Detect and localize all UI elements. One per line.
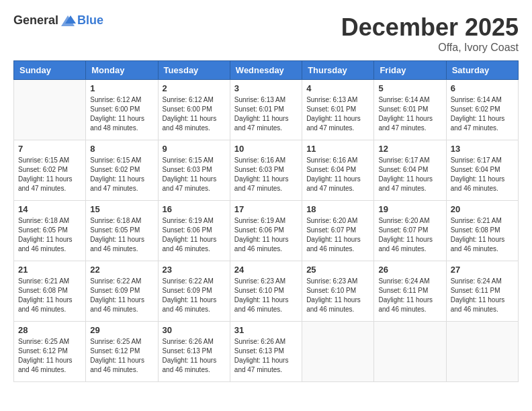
week-row-2: 7Sunrise: 6:15 AM Sunset: 6:02 PM Daylig… <box>14 140 519 201</box>
logo-general: General <box>13 13 58 28</box>
day-cell <box>374 322 446 382</box>
day-number: 30 <box>163 325 226 335</box>
day-info: Sunrise: 6:18 AM Sunset: 6:05 PM Dayligh… <box>90 216 153 254</box>
day-cell: 25Sunrise: 6:23 AM Sunset: 6:10 PM Dayli… <box>302 261 374 322</box>
day-cell: 1Sunrise: 6:12 AM Sunset: 6:00 PM Daylig… <box>86 80 158 140</box>
day-number: 15 <box>90 204 153 214</box>
header-wednesday: Wednesday <box>230 61 302 80</box>
day-info: Sunrise: 6:19 AM Sunset: 6:06 PM Dayligh… <box>234 216 298 254</box>
day-number: 11 <box>306 144 369 154</box>
day-number: 13 <box>451 144 514 154</box>
header-row: SundayMondayTuesdayWednesdayThursdayFrid… <box>14 61 519 80</box>
day-number: 9 <box>163 144 226 154</box>
week-row-4: 21Sunrise: 6:21 AM Sunset: 6:08 PM Dayli… <box>14 261 519 322</box>
day-info: Sunrise: 6:21 AM Sunset: 6:08 PM Dayligh… <box>18 277 81 314</box>
day-number: 19 <box>378 204 441 214</box>
day-info: Sunrise: 6:23 AM Sunset: 6:10 PM Dayligh… <box>306 277 369 314</box>
day-cell: 11Sunrise: 6:16 AM Sunset: 6:04 PM Dayli… <box>302 140 374 201</box>
day-cell: 19Sunrise: 6:20 AM Sunset: 6:07 PM Dayli… <box>374 201 446 261</box>
day-number: 17 <box>234 204 298 214</box>
day-info: Sunrise: 6:16 AM Sunset: 6:04 PM Dayligh… <box>306 156 369 193</box>
day-info: Sunrise: 6:18 AM Sunset: 6:05 PM Dayligh… <box>18 216 81 254</box>
day-cell <box>446 322 518 382</box>
day-cell: 18Sunrise: 6:20 AM Sunset: 6:07 PM Dayli… <box>302 201 374 261</box>
day-cell: 26Sunrise: 6:24 AM Sunset: 6:11 PM Dayli… <box>374 261 446 322</box>
day-cell: 31Sunrise: 6:26 AM Sunset: 6:13 PM Dayli… <box>230 322 302 382</box>
day-number: 6 <box>451 83 514 93</box>
day-info: Sunrise: 6:24 AM Sunset: 6:11 PM Dayligh… <box>378 277 441 314</box>
calendar-table: SundayMondayTuesdayWednesdayThursdayFrid… <box>13 60 519 382</box>
day-number: 22 <box>90 265 153 275</box>
day-cell: 10Sunrise: 6:16 AM Sunset: 6:03 PM Dayli… <box>230 140 302 201</box>
day-cell: 5Sunrise: 6:14 AM Sunset: 6:01 PM Daylig… <box>374 80 446 140</box>
day-number: 28 <box>18 325 81 335</box>
day-info: Sunrise: 6:14 AM Sunset: 6:01 PM Dayligh… <box>378 95 441 133</box>
day-cell: 12Sunrise: 6:17 AM Sunset: 6:04 PM Dayli… <box>374 140 446 201</box>
day-number: 16 <box>163 204 226 214</box>
header-thursday: Thursday <box>302 61 374 80</box>
location-title: Offa, Ivory Coast <box>341 42 519 54</box>
day-number: 8 <box>90 144 153 154</box>
day-info: Sunrise: 6:12 AM Sunset: 6:00 PM Dayligh… <box>163 95 226 133</box>
day-cell: 17Sunrise: 6:19 AM Sunset: 6:06 PM Dayli… <box>230 201 302 261</box>
day-cell: 3Sunrise: 6:13 AM Sunset: 6:01 PM Daylig… <box>230 80 302 140</box>
day-info: Sunrise: 6:20 AM Sunset: 6:07 PM Dayligh… <box>378 216 441 254</box>
page-header: General Blue December 2025 Offa, Ivory C… <box>13 13 519 54</box>
day-number: 25 <box>306 265 369 275</box>
day-info: Sunrise: 6:22 AM Sunset: 6:09 PM Dayligh… <box>163 277 226 314</box>
day-info: Sunrise: 6:25 AM Sunset: 6:12 PM Dayligh… <box>90 337 153 375</box>
day-cell: 27Sunrise: 6:24 AM Sunset: 6:11 PM Dayli… <box>446 261 518 322</box>
day-info: Sunrise: 6:21 AM Sunset: 6:08 PM Dayligh… <box>451 216 514 254</box>
day-info: Sunrise: 6:23 AM Sunset: 6:10 PM Dayligh… <box>234 277 298 314</box>
logo: General Blue <box>13 13 103 28</box>
day-number: 24 <box>234 265 298 275</box>
day-info: Sunrise: 6:26 AM Sunset: 6:13 PM Dayligh… <box>163 337 226 375</box>
day-cell: 16Sunrise: 6:19 AM Sunset: 6:06 PM Dayli… <box>158 201 230 261</box>
day-number: 7 <box>18 144 81 154</box>
day-number: 10 <box>234 144 298 154</box>
day-info: Sunrise: 6:26 AM Sunset: 6:13 PM Dayligh… <box>234 337 298 375</box>
day-cell: 28Sunrise: 6:25 AM Sunset: 6:12 PM Dayli… <box>14 322 86 382</box>
day-info: Sunrise: 6:14 AM Sunset: 6:02 PM Dayligh… <box>451 95 514 133</box>
day-cell: 2Sunrise: 6:12 AM Sunset: 6:00 PM Daylig… <box>158 80 230 140</box>
day-cell: 13Sunrise: 6:17 AM Sunset: 6:04 PM Dayli… <box>446 140 518 201</box>
day-cell: 14Sunrise: 6:18 AM Sunset: 6:05 PM Dayli… <box>14 201 86 261</box>
day-number: 26 <box>378 265 441 275</box>
day-number: 14 <box>18 204 81 214</box>
day-info: Sunrise: 6:16 AM Sunset: 6:03 PM Dayligh… <box>234 156 298 193</box>
day-cell: 30Sunrise: 6:26 AM Sunset: 6:13 PM Dayli… <box>158 322 230 382</box>
day-info: Sunrise: 6:25 AM Sunset: 6:12 PM Dayligh… <box>18 337 81 375</box>
day-number: 12 <box>378 144 441 154</box>
day-number: 2 <box>163 83 226 93</box>
day-cell: 7Sunrise: 6:15 AM Sunset: 6:02 PM Daylig… <box>14 140 86 201</box>
day-number: 31 <box>234 325 298 335</box>
day-cell: 6Sunrise: 6:14 AM Sunset: 6:02 PM Daylig… <box>446 80 518 140</box>
day-info: Sunrise: 6:13 AM Sunset: 6:01 PM Dayligh… <box>306 95 369 133</box>
week-row-1: 1Sunrise: 6:12 AM Sunset: 6:00 PM Daylig… <box>14 80 519 140</box>
day-info: Sunrise: 6:19 AM Sunset: 6:06 PM Dayligh… <box>163 216 226 254</box>
day-number: 18 <box>306 204 369 214</box>
day-number: 5 <box>378 83 441 93</box>
day-cell: 20Sunrise: 6:21 AM Sunset: 6:08 PM Dayli… <box>446 201 518 261</box>
day-cell <box>302 322 374 382</box>
day-cell <box>14 80 86 140</box>
day-cell: 21Sunrise: 6:21 AM Sunset: 6:08 PM Dayli… <box>14 261 86 322</box>
day-number: 20 <box>451 204 514 214</box>
title-block: December 2025 Offa, Ivory Coast <box>341 13 519 54</box>
day-info: Sunrise: 6:15 AM Sunset: 6:03 PM Dayligh… <box>163 156 226 193</box>
logo-blue: Blue <box>77 13 103 28</box>
day-cell: 9Sunrise: 6:15 AM Sunset: 6:03 PM Daylig… <box>158 140 230 201</box>
day-info: Sunrise: 6:15 AM Sunset: 6:02 PM Dayligh… <box>90 156 153 193</box>
day-cell: 8Sunrise: 6:15 AM Sunset: 6:02 PM Daylig… <box>86 140 158 201</box>
day-cell: 29Sunrise: 6:25 AM Sunset: 6:12 PM Dayli… <box>86 322 158 382</box>
day-number: 4 <box>306 83 369 93</box>
day-cell: 4Sunrise: 6:13 AM Sunset: 6:01 PM Daylig… <box>302 80 374 140</box>
day-number: 1 <box>90 83 153 93</box>
day-info: Sunrise: 6:12 AM Sunset: 6:00 PM Dayligh… <box>90 95 153 133</box>
day-info: Sunrise: 6:24 AM Sunset: 6:11 PM Dayligh… <box>451 277 514 314</box>
day-cell: 22Sunrise: 6:22 AM Sunset: 6:09 PM Dayli… <box>86 261 158 322</box>
day-number: 29 <box>90 325 153 335</box>
day-cell: 15Sunrise: 6:18 AM Sunset: 6:05 PM Dayli… <box>86 201 158 261</box>
month-title: December 2025 <box>341 13 519 42</box>
header-sunday: Sunday <box>14 61 86 80</box>
